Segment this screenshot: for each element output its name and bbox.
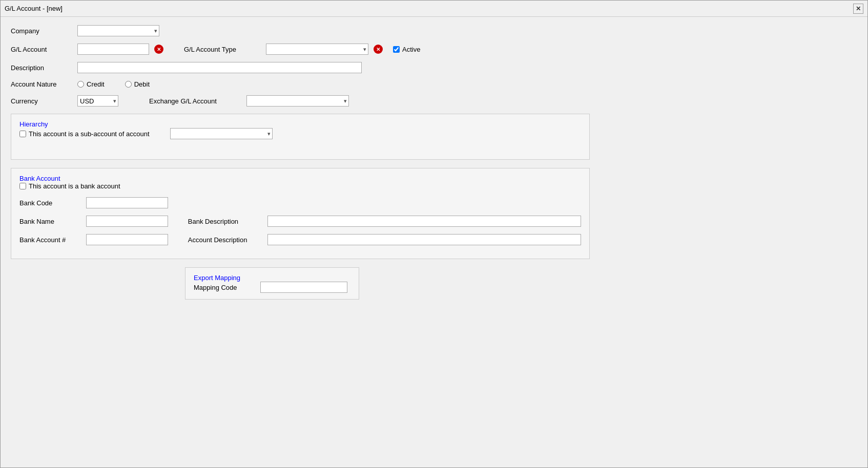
gl-account-type-clear-button[interactable] [374,45,383,54]
debit-label-text: Debit [134,80,150,88]
gl-account-type-field-group: Asset Liability Equity Revenue Expense [266,44,383,55]
active-checkbox-label[interactable]: Active [393,46,420,53]
description-input[interactable] [77,62,362,73]
hierarchy-title: Hierarchy [19,120,581,128]
exchange-gl-account-label: Exchange G/L Account [149,97,246,105]
gl-account-label: G/L Account [11,46,77,53]
description-row: Description [11,62,857,73]
company-select[interactable] [77,25,159,36]
export-mapping-title-row: Export Mapping [194,274,350,282]
gl-account-clear-button[interactable] [154,45,163,54]
exchange-gl-select-wrapper [246,95,349,107]
description-label: Description [11,64,77,72]
debit-radio-label[interactable]: Debit [125,80,150,88]
bank-account-title-row: Bank Account [19,175,581,182]
bank-description-input[interactable] [267,216,581,227]
credit-radio[interactable] [77,81,84,88]
mapping-code-input[interactable] [260,282,347,293]
sub-account-select-wrapper [170,128,273,139]
bank-name-row: Bank Name Bank Description [19,216,581,227]
window-title: G/L Account - [new] [5,5,63,12]
bank-name-input[interactable] [86,216,168,227]
bank-code-label: Bank Code [19,199,86,207]
exchange-gl-account-select[interactable] [246,95,349,107]
currency-select[interactable]: USD EUR GBP JPY CAD [77,95,118,107]
company-row: Company [11,25,857,36]
hierarchy-link[interactable]: Hierarchy [19,120,48,128]
credit-radio-label[interactable]: Credit [77,80,105,88]
debit-radio[interactable] [125,81,132,88]
gl-account-type-select[interactable]: Asset Liability Equity Revenue Expense [266,44,368,55]
bank-code-input[interactable] [86,197,168,208]
bank-account-section: Bank Account This account is a bank acco… [11,168,590,259]
export-mapping-link[interactable]: Export Mapping [194,274,240,282]
gl-account-input[interactable] [77,44,149,55]
bank-code-row: Bank Code [19,197,581,208]
sub-account-select[interactable] [170,128,273,139]
is-bank-account-checkbox[interactable] [19,183,26,189]
sub-account-row: This account is a sub-account of account [19,128,581,139]
is-bank-account-text: This account is a bank account [29,182,120,190]
hierarchy-section: Hierarchy This account is a sub-account … [11,114,590,160]
bank-account-link[interactable]: Bank Account [19,175,60,182]
active-label-text: Active [402,46,420,53]
close-button[interactable]: ✕ [853,4,863,14]
account-nature-row: Account Nature Credit Debit [11,80,857,88]
company-select-wrapper [77,25,159,36]
mapping-code-label: Mapping Code [194,284,260,291]
account-nature-label: Account Nature [11,80,77,88]
bank-account-num-input[interactable] [86,234,168,245]
bank-description-label: Bank Description [188,218,267,225]
currency-row: Currency USD EUR GBP JPY CAD Exchange G/… [11,95,857,107]
currency-label: Currency [11,97,77,105]
account-description-input[interactable] [267,234,581,245]
sub-account-checkbox[interactable] [19,131,26,137]
account-description-label: Account Description [188,236,267,244]
bank-account-num-row: Bank Account # Account Description [19,234,581,245]
is-bank-account-row: This account is a bank account [19,182,581,190]
main-window: G/L Account - [new] ✕ Company G/L Accoun… [0,0,868,468]
sub-account-checkbox-label[interactable]: This account is a sub-account of account [19,130,150,138]
sub-account-label-text: This account is a sub-account of account [29,130,150,138]
gl-account-type-select-wrapper: Asset Liability Equity Revenue Expense [266,44,368,55]
company-label: Company [11,27,77,35]
bank-name-label: Bank Name [19,218,86,225]
bank-account-num-label: Bank Account # [19,236,86,244]
gl-account-field-group [77,44,163,55]
currency-select-wrapper: USD EUR GBP JPY CAD [77,95,118,107]
active-checkbox[interactable] [393,46,400,53]
gl-account-type-label: G/L Account Type [184,46,266,53]
export-mapping-section: Export Mapping Mapping Code [185,267,359,300]
credit-label-text: Credit [87,80,105,88]
title-bar: G/L Account - [new] ✕ [1,1,867,17]
account-nature-radio-group: Credit Debit [77,80,150,88]
gl-account-row: G/L Account G/L Account Type Asset Liabi… [11,44,857,55]
is-bank-account-label[interactable]: This account is a bank account [19,182,120,190]
mapping-code-row: Mapping Code [194,282,350,293]
export-mapping-wrapper: Export Mapping Mapping Code [185,267,857,300]
form-content: Company G/L Account G/L Account Type A [1,17,867,467]
